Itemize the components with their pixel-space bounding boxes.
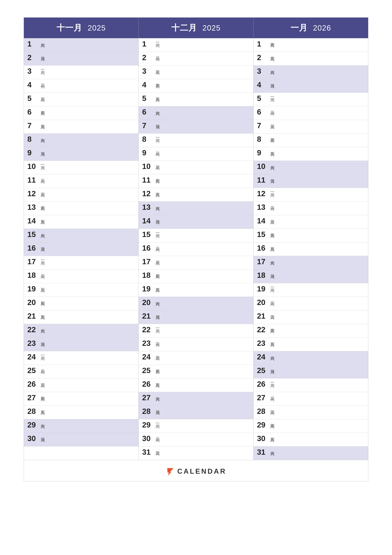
- day-row: 31周三: [139, 446, 253, 460]
- day-row: 9周日: [24, 147, 138, 161]
- day-row: 10周一: [24, 161, 138, 174]
- day-number: 22: [142, 326, 153, 334]
- day-number: 1: [142, 40, 153, 48]
- day-row: 20周四: [24, 297, 138, 310]
- day-row: 9周五: [254, 147, 368, 161]
- day-number: 2: [142, 53, 153, 62]
- day-row: 30周二: [139, 433, 253, 446]
- day-number: 3: [142, 67, 153, 75]
- day-row: 18周日: [254, 270, 368, 283]
- day-row: 26周五: [139, 379, 253, 392]
- day-row: 17周三: [139, 256, 253, 270]
- day-row: 29周六: [24, 419, 138, 433]
- day-number: 20: [142, 298, 153, 307]
- day-row: 3周三: [139, 66, 253, 79]
- day-number: 10: [257, 162, 268, 171]
- day-row: 6周四: [24, 106, 138, 120]
- day-number: 5: [142, 94, 153, 103]
- day-row: 11周二: [24, 174, 138, 188]
- day-row: 18周二: [24, 270, 138, 283]
- day-row: 27周六: [139, 392, 253, 406]
- day-number: 29: [27, 421, 39, 429]
- day-row: 6周六: [139, 106, 253, 120]
- day-number: 17: [142, 258, 153, 266]
- day-number: 26: [257, 380, 268, 388]
- day-number: 18: [142, 271, 153, 280]
- day-row: 8周六: [24, 133, 138, 147]
- day-number: 12: [142, 190, 153, 198]
- day-row: 14周五: [24, 215, 138, 229]
- day-row: 24周三: [139, 351, 253, 365]
- day-number: 23: [257, 339, 268, 348]
- day-number: 28: [257, 407, 268, 416]
- month-title-jan: 一月: [291, 23, 308, 32]
- day-number: 5: [27, 94, 39, 103]
- day-number: 3: [27, 67, 39, 75]
- day-number: 17: [257, 258, 268, 266]
- day-number: 24: [27, 353, 39, 361]
- day-number: 18: [257, 271, 268, 280]
- day-row: 14周三: [254, 215, 368, 229]
- year-jan: 2026: [313, 24, 331, 32]
- day-row: 27周四: [24, 392, 138, 406]
- calendar-page: 十一月 2025 1周六2周日3周一4周二5周三6周四7周五8周六9周日10周一…: [13, 9, 379, 548]
- day-number: 10: [27, 162, 39, 171]
- day-row: 31周六: [254, 446, 368, 460]
- day-row: 2周五: [254, 52, 368, 66]
- day-row-empty: [24, 446, 138, 460]
- day-number: 24: [257, 353, 268, 361]
- day-row: 22周四: [254, 324, 368, 338]
- day-row: 16周五: [254, 242, 368, 256]
- day-number: 16: [142, 244, 153, 252]
- day-row: 4周二: [24, 79, 138, 93]
- day-number: 2: [257, 53, 268, 62]
- day-number: 9: [27, 149, 39, 157]
- day-number: 25: [142, 366, 153, 375]
- svg-marker-0: [167, 468, 174, 476]
- day-number: 22: [257, 326, 268, 334]
- day-number: 13: [27, 203, 39, 212]
- day-number: 30: [27, 434, 39, 443]
- calendar-grid: 十一月 2025 1周六2周日3周一4周二5周三6周四7周五8周六9周日10周一…: [24, 17, 368, 460]
- days-dec: 1周一2周二3周三4周四5周五6周六7周日8周一9周二10周三11周四12周五1…: [139, 38, 253, 460]
- day-row: 26周一: [254, 379, 368, 392]
- day-row: 14周日: [139, 215, 253, 229]
- day-number: 4: [142, 81, 153, 89]
- day-number: 11: [257, 176, 268, 184]
- day-number: 9: [257, 149, 268, 157]
- day-number: 6: [27, 108, 39, 116]
- day-row: 29周一: [139, 419, 253, 433]
- day-row: 9周二: [139, 147, 253, 161]
- day-row: 28周日: [139, 406, 253, 419]
- day-row: 10周三: [139, 161, 253, 174]
- day-row: 23周五: [254, 338, 368, 351]
- day-number: 31: [142, 448, 153, 456]
- day-row: 19周一: [254, 283, 368, 297]
- day-number: 1: [257, 40, 268, 48]
- day-number: 15: [257, 230, 268, 239]
- day-row: 23周日: [24, 338, 138, 351]
- day-row: 5周一: [254, 93, 368, 106]
- day-number: 1: [27, 40, 39, 48]
- day-row: 15周一: [139, 229, 253, 242]
- day-row: 5周三: [24, 93, 138, 106]
- month-col-jan: 一月 2026 1周四2周五3周六4周日5周一6周二7周三8周四9周五10周六1…: [254, 18, 368, 460]
- day-row: 5周五: [139, 93, 253, 106]
- day-number: 12: [257, 190, 268, 198]
- day-row: 30周日: [24, 433, 138, 446]
- day-number: 19: [142, 285, 153, 293]
- day-number: 3: [257, 67, 268, 75]
- month-col-dec: 十二月 2025 1周一2周二3周三4周四5周五6周六7周日8周一9周二10周三…: [139, 18, 253, 460]
- day-row: 27周二: [254, 392, 368, 406]
- day-number: 20: [27, 298, 39, 307]
- day-number: 4: [27, 81, 39, 89]
- footer: CALENDAR: [24, 460, 368, 481]
- header-jan: 一月 2026: [254, 18, 368, 38]
- day-row: 20周二: [254, 297, 368, 310]
- day-row: 26周三: [24, 379, 138, 392]
- year-dec: 2025: [202, 24, 221, 32]
- day-number: 12: [27, 190, 39, 198]
- day-row: 16周日: [24, 242, 138, 256]
- day-number: 21: [257, 312, 268, 320]
- header-nov: 十一月 2025: [24, 18, 138, 38]
